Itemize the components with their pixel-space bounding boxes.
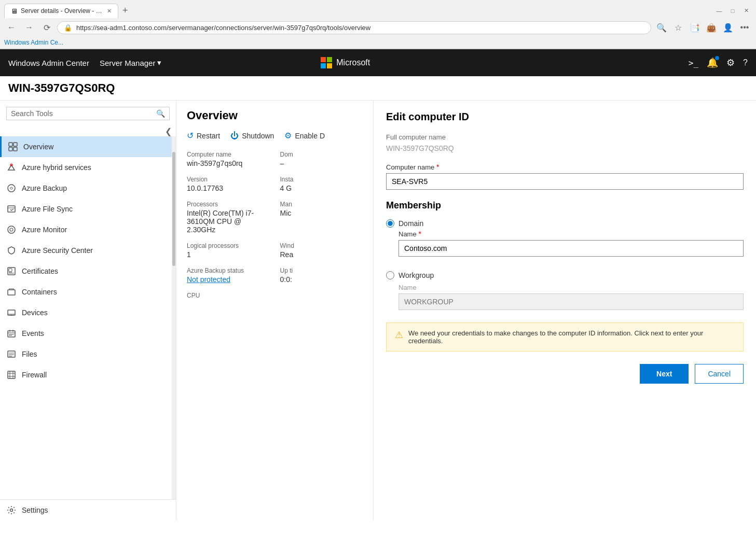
ms-logo-red (321, 57, 326, 62)
manufacturer-section: Man Mic (280, 201, 363, 234)
azure-monitor-icon (6, 224, 17, 235)
sidebar-item-label: Containers (22, 288, 57, 296)
sidebar-scrollbar-thumb[interactable] (172, 152, 175, 266)
sidebar-item-events[interactable]: Events (0, 323, 176, 344)
search-input-wrap[interactable]: 🔍 (6, 107, 170, 120)
win-status-label: Wind (280, 242, 363, 249)
overview-grid: Computer name win-3597g7qs0rq Dom – (187, 151, 363, 176)
svg-rect-1 (13, 143, 17, 146)
logical-proc-label: Logical processors (187, 242, 270, 249)
settings-icon[interactable]: ⚙ (726, 57, 735, 68)
computer-name-value: win-3597g7qs0rq (187, 159, 270, 167)
help-icon[interactable]: ? (743, 58, 748, 67)
sidebar-collapse-btn[interactable]: ❮ (165, 127, 172, 136)
events-icon (6, 328, 17, 339)
backup-link[interactable]: Not protected (187, 275, 230, 284)
sidebar-item-azure-hybrid[interactable]: Azure hybrid services (0, 157, 176, 178)
restart-btn[interactable]: ↺ Restart (187, 131, 220, 140)
sidebar-item-certificates[interactable]: Certificates (0, 261, 176, 282)
restart-label: Restart (197, 132, 220, 140)
app-title: Windows Admin Center (8, 59, 89, 67)
address-input[interactable] (76, 24, 644, 32)
sidebar-item-overview[interactable]: Overview (0, 136, 176, 157)
computer-name-required: * (436, 163, 439, 171)
edit-panel-title: Edit computer ID (386, 111, 744, 123)
search-box: 🔍 (0, 101, 176, 124)
enable-dr-icon: ⚙ (284, 131, 292, 140)
shutdown-btn[interactable]: ⏻ Shutdown (230, 131, 274, 140)
browser-tab[interactable]: 🖥 Server details - Overview - Server ✕ (4, 4, 118, 18)
version-grid: Version 10.0.17763 Insta 4 G (187, 176, 363, 201)
svg-rect-6 (8, 206, 15, 212)
forward-btn[interactable]: → (22, 20, 36, 35)
computer-name-label: Computer name (187, 151, 270, 158)
profile-btn[interactable]: 👤 (721, 20, 735, 35)
uptime-label: Up ti (280, 267, 363, 274)
notification-icon[interactable]: 🔔 (707, 57, 718, 68)
sidebar-item-label: Azure Backup (22, 184, 67, 192)
next-btn[interactable]: Next (640, 364, 689, 384)
workgroup-radio-section: Workgroup Name (386, 271, 744, 314)
nav-icons: 🔍 ☆ 📑 👜 👤 ••• (654, 20, 752, 35)
warning-box: ⚠ We need your credentials to make chang… (386, 322, 744, 352)
sidebar-item-label: Events (22, 329, 44, 338)
uptime-value: 0:0: (280, 275, 363, 284)
address-bar[interactable]: 🔒 (57, 21, 651, 34)
window-controls: — □ ✕ (713, 5, 752, 17)
favorites-btn[interactable]: ☆ (671, 20, 685, 35)
svg-rect-13 (8, 331, 15, 337)
search-btn[interactable]: 🔍 (654, 20, 669, 35)
sidebar-item-firewall[interactable]: Firewall (0, 364, 176, 385)
sidebar-item-azure-backup[interactable]: Azure Backup (0, 178, 176, 199)
domain-name-input[interactable] (398, 240, 744, 257)
ms-logo-grid (321, 57, 332, 68)
sidebar-item-containers[interactable]: Containers (0, 282, 176, 302)
backup-value[interactable]: Not protected (187, 275, 270, 284)
server-manager-btn[interactable]: Server Manager ▾ (100, 58, 162, 67)
domain-radio-section: Domain Name * (386, 219, 744, 263)
terminal-icon[interactable]: >_ (689, 58, 698, 68)
wallet-btn[interactable]: 👜 (704, 20, 719, 35)
domain-radio-item[interactable]: Domain (386, 219, 744, 228)
version-value: 10.0.17763 (187, 184, 270, 192)
minimize-btn[interactable]: — (713, 5, 725, 17)
domain-value: – (280, 159, 363, 167)
workgroup-name-label: Name (398, 284, 744, 291)
menu-btn[interactable]: ••• (737, 20, 752, 35)
warning-text: We need your credentials to make changes… (408, 329, 735, 345)
sidebar-item-azure-monitor[interactable]: Azure Monitor (0, 219, 176, 240)
collections-btn[interactable]: 📑 (688, 20, 702, 35)
sidebar-item-label: Azure Monitor (22, 226, 67, 234)
sidebar-item-azure-file-sync[interactable]: Azure File Sync (0, 199, 176, 219)
back-btn[interactable]: ← (4, 20, 19, 35)
sidebar-item-azure-security[interactable]: Azure Security Center (0, 240, 176, 261)
computer-name-input[interactable] (386, 173, 744, 190)
firewall-icon (6, 370, 17, 380)
refresh-btn[interactable]: ⟳ (39, 20, 54, 35)
workgroup-radio[interactable] (386, 271, 394, 279)
maximize-btn[interactable]: □ (727, 5, 738, 17)
main-layout: 🔍 ❮ Overview Azure hybrid services (0, 101, 756, 521)
logical-proc-section: Logical processors 1 (187, 242, 270, 259)
new-tab-btn[interactable]: + (118, 3, 132, 18)
ms-logo-blue (321, 63, 326, 68)
sidebar-item-devices[interactable]: Devices (0, 302, 176, 323)
tab-close-btn[interactable]: ✕ (107, 8, 112, 15)
close-btn[interactable]: ✕ (740, 5, 752, 17)
installed-mem-value: 4 G (280, 184, 363, 192)
cancel-btn[interactable]: Cancel (695, 364, 744, 384)
full-name-label: Full computer name (386, 133, 744, 141)
svg-point-8 (10, 228, 13, 231)
enable-dr-btn[interactable]: ⚙ Enable D (284, 131, 325, 140)
domain-radio[interactable] (386, 219, 394, 228)
workgroup-radio-item[interactable]: Workgroup (386, 271, 744, 279)
sidebar-item-settings[interactable]: Settings (0, 499, 176, 521)
sidebar-item-files[interactable]: Files (0, 344, 176, 364)
sidebar-item-label: Azure hybrid services (22, 163, 91, 172)
logical-grid: Logical processors 1 Wind Rea (187, 242, 363, 267)
search-input[interactable] (11, 109, 153, 118)
manufacturer-value: Mic (280, 209, 363, 217)
server-title: WIN-3597G7QS0RQ (0, 76, 756, 101)
favorite-item[interactable]: Windows Admin Ce... (4, 39, 63, 46)
azure-security-icon (6, 245, 17, 256)
